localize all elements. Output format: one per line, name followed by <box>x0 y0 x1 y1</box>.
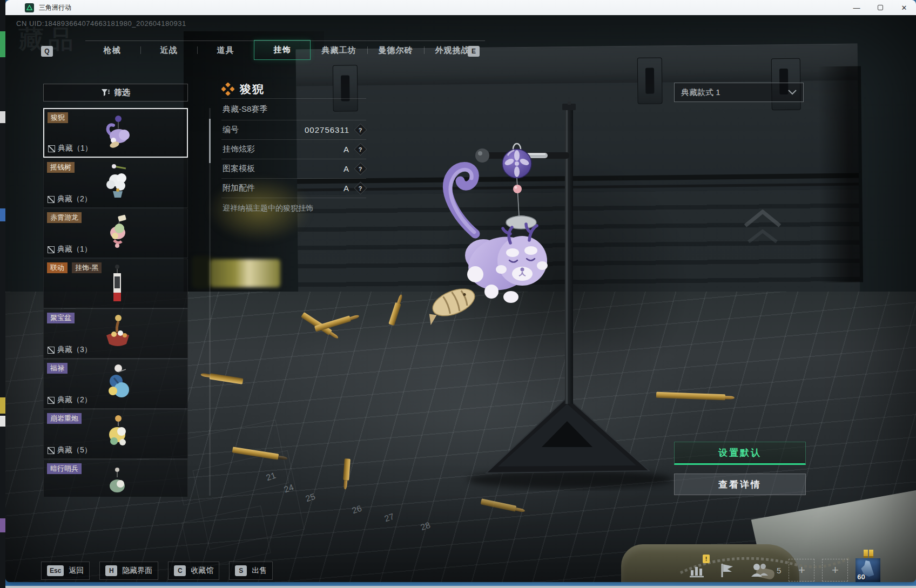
charm-title: 狻猊 <box>240 82 265 97</box>
minimize-button[interactable]: — <box>845 0 868 15</box>
list-scrollbar-thumb[interactable] <box>209 119 211 163</box>
funnel-icon <box>101 89 110 97</box>
item-name-tag: 联动 <box>47 262 68 273</box>
bar-chart-icon <box>690 563 706 578</box>
tab-collection-workshop[interactable]: 典藏工坊 <box>311 40 367 60</box>
item-thumbnail <box>98 413 136 453</box>
item-name-tag: 暗行哨兵 <box>47 463 82 474</box>
player-avatar[interactable]: 60 <box>856 558 880 582</box>
report-button[interactable] <box>716 559 738 582</box>
list-scrollbar-track[interactable] <box>209 108 211 496</box>
collection-count: 典藏（2） <box>48 395 92 405</box>
item-thumbnail <box>98 463 136 496</box>
tab-mandel-brick[interactable]: 曼德尔砖 <box>367 40 424 60</box>
style-dropdown[interactable]: 典藏款式 1 <box>674 83 804 102</box>
collection-hall-button[interactable]: C收藏馆 <box>168 562 219 580</box>
hide-ui-button[interactable]: H隐藏界面 <box>99 562 158 580</box>
tab-cycle-left-keyhint: Q <box>41 46 53 57</box>
list-item-money-tree[interactable]: 摇钱树 典藏（2） <box>43 158 188 208</box>
rank-insignia-icon <box>864 550 873 558</box>
stats-button[interactable]: ! <box>687 559 709 582</box>
uid-text: CN UID:184893664074663181980_20260418093… <box>16 19 186 28</box>
titlebar: 三角洲行动 — ✕ <box>5 0 916 15</box>
detail-row-accessory: 附加配件 A ? <box>221 178 366 198</box>
game-window: 三角洲行动 — ✕ <box>5 0 916 582</box>
charm-description: 迎祥纳福主题中的狻猊挂饰 <box>221 198 366 219</box>
list-item-fulu[interactable]: 福禄 典藏（2） <box>43 359 188 409</box>
fish-ornament <box>422 283 479 325</box>
footer-right-icons: ! 5 + + <box>687 558 880 582</box>
charm-item-list: 狻猊 典藏（1） 摇钱树 典藏（ <box>43 108 188 497</box>
collection-count: 典藏（1） <box>48 144 92 153</box>
alert-badge: ! <box>703 555 710 563</box>
collection-count: 典藏（5） <box>48 445 92 455</box>
friends-count: 5 <box>777 566 781 575</box>
item-name-tag: 崩岩重炮 <box>47 413 82 424</box>
collection-seal-icon <box>48 347 55 354</box>
item-thumbnail <box>98 162 136 202</box>
tab-firearms[interactable]: 枪械 <box>84 40 140 60</box>
item-thumbnail <box>98 112 136 152</box>
list-item-suanni[interactable]: 狻猊 典藏（1） <box>43 108 188 158</box>
set-default-button[interactable]: 设置默认 <box>674 442 806 465</box>
tab-cycle-right-keyhint: E <box>468 46 480 57</box>
tab-melee[interactable]: 近战 <box>140 40 197 60</box>
chevron-down-icon <box>788 90 797 95</box>
flag-icon <box>720 563 734 578</box>
window-controls: — ✕ <box>845 0 916 15</box>
item-thumbnail <box>98 262 136 311</box>
help-icon[interactable]: ? <box>354 143 367 156</box>
item-name-tag: 福禄 <box>47 363 68 374</box>
help-icon[interactable]: ? <box>354 123 367 136</box>
rarity-diamonds-icon <box>221 83 234 96</box>
item-name-tag: 狻猊 <box>48 112 68 123</box>
add-slot-button[interactable]: + <box>789 559 814 582</box>
app-logo-icon <box>25 3 34 12</box>
item-thumbnail <box>98 313 136 353</box>
list-item-red-dragon[interactable]: 赤霄游龙 典藏（1） <box>43 208 188 258</box>
window-title: 三角洲行动 <box>39 3 71 12</box>
list-item-shadow-sentinel[interactable]: 暗行哨兵 <box>43 459 188 497</box>
detail-row-pattern: 图案模板 A ? <box>221 159 366 178</box>
friends-button[interactable] <box>745 559 773 582</box>
tab-charms[interactable]: 挂饰 <box>254 40 311 60</box>
item-name-tag: 赤霄游龙 <box>47 212 82 223</box>
add-slot-button[interactable]: + <box>822 559 848 582</box>
filter-button[interactable]: 筛选 <box>43 84 188 102</box>
charm-stand-3d-view <box>410 102 691 501</box>
view-details-button[interactable]: 查看详情 <box>674 474 806 495</box>
game-viewport[interactable]: 21 24 25 26 27 28 <box>5 15 916 582</box>
help-icon[interactable]: ? <box>354 162 367 175</box>
season-label: 典藏-S8赛季 <box>221 99 366 120</box>
collection-seal-icon <box>48 196 55 203</box>
sell-button[interactable]: S出售 <box>229 562 273 580</box>
item-name-tag: 聚宝盆 <box>47 313 75 323</box>
taskbar-edge <box>0 586 916 588</box>
close-button[interactable]: ✕ <box>892 0 916 15</box>
collection-count: 典藏（3） <box>48 345 92 355</box>
charm-details-panel: 狻猊 典藏-S8赛季 编号 002756311 ? 挂饰炫彩 A ? 图案模板 … <box>221 80 366 219</box>
item-thumbnail <box>98 212 136 252</box>
friends-icon <box>750 563 769 577</box>
list-item-collab-black[interactable]: 联动 挂饰-黑 <box>43 259 188 308</box>
screen: 三角洲行动 — ✕ <box>0 0 916 588</box>
collection-count: 典藏（2） <box>48 194 92 204</box>
list-item-rock-cannon[interactable]: 崩岩重炮 典藏（5） <box>43 409 188 459</box>
item-name-tag: 摇钱树 <box>47 162 75 173</box>
desktop-edge-strip <box>0 0 5 588</box>
detail-row-colorway: 挂饰炫彩 A ? <box>221 139 366 159</box>
list-item-treasure-bowl[interactable]: 聚宝盆 典藏（3） <box>43 309 188 359</box>
maximize-button[interactable] <box>868 0 892 15</box>
collection-seal-icon <box>48 145 55 152</box>
detail-row-serial: 编号 002756311 ? <box>221 120 366 139</box>
collection-seal-icon <box>48 447 55 454</box>
player-level: 60 <box>857 573 865 581</box>
collection-seal-icon <box>48 246 55 253</box>
scene-chevron-marks <box>741 209 784 247</box>
collection-count: 典藏（1） <box>48 245 92 254</box>
item-thumbnail <box>98 363 136 403</box>
back-button[interactable]: Esc返回 <box>41 562 90 580</box>
footer-keyhints: Esc返回 H隐藏界面 C收藏馆 S出售 <box>41 562 273 580</box>
help-icon[interactable]: ? <box>354 181 367 194</box>
tab-gear[interactable]: 道具 <box>197 40 254 60</box>
